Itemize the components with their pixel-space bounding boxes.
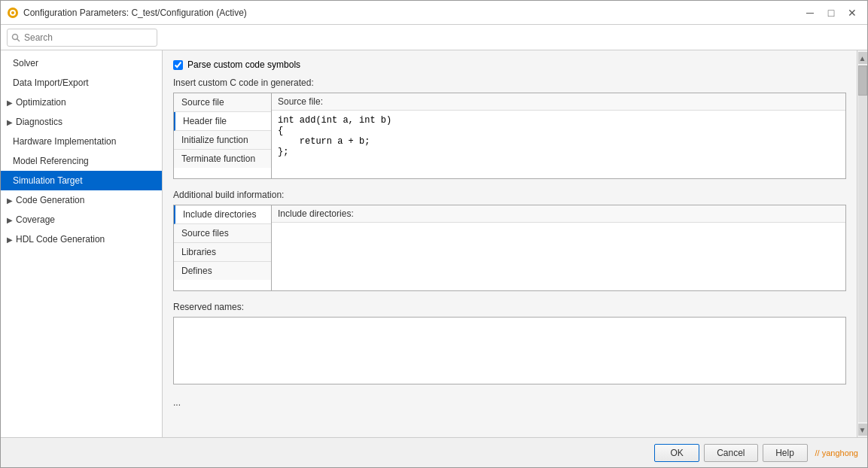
sidebar-item-solver[interactable]: Solver: [1, 53, 162, 73]
svg-line-4: [17, 38, 20, 41]
code-editor-panel: Source file: int add(int a, int b) { ret…: [271, 93, 846, 179]
sidebar-item-optimization[interactable]: ▶ Optimization: [1, 93, 162, 112]
build-textarea[interactable]: [272, 223, 845, 290]
build-vtabs: Include directories Source files Librari…: [173, 205, 271, 291]
sidebar-item-model-referencing[interactable]: Model Referencing: [1, 151, 162, 171]
sidebar-item-hdl-code-generation-label: HDL Code Generation: [16, 232, 105, 246]
scroll-track[interactable]: [858, 65, 867, 422]
reserved-names-textarea[interactable]: [173, 317, 846, 384]
vtab-header-file[interactable]: Header file: [174, 112, 271, 131]
main-window: Configuration Parameters: C_test/Configu…: [0, 0, 868, 468]
svg-point-2: [11, 11, 14, 14]
insert-code-section: Insert custom C code in generated: Sourc…: [173, 77, 846, 179]
sidebar-item-data-import-export[interactable]: Data Import/Export: [1, 73, 162, 93]
help-button[interactable]: Help: [763, 444, 808, 462]
reserved-names-label: Reserved names:: [173, 302, 846, 312]
build-info-title: Additional build information:: [173, 190, 846, 200]
sidebar-item-diagnostics-label: Diagnostics: [16, 115, 62, 129]
sidebar-item-hardware-implementation-label: Hardware Implementation: [13, 135, 116, 148]
sidebar-item-coverage[interactable]: ▶ Coverage: [1, 210, 162, 229]
code-editor-label: Source file:: [272, 93, 845, 111]
ok-button[interactable]: OK: [654, 444, 699, 462]
sidebar-item-code-generation-label: Code Generation: [16, 193, 84, 207]
main-area: Solver Data Import/Export ▶ Optimization…: [1, 50, 867, 437]
reserved-section: Reserved names:: [173, 302, 846, 387]
code-layout: Source file Header file Initialize funct…: [173, 93, 846, 179]
sidebar-item-code-generation[interactable]: ▶ Code Generation: [1, 190, 162, 210]
svg-point-3: [13, 34, 18, 39]
maximize-button[interactable]: □: [822, 5, 840, 20]
vtab-source-file[interactable]: Source file: [174, 93, 271, 112]
window-title: Configuration Parameters: C_test/Configu…: [23, 8, 801, 18]
content-scroll-inner: Parse custom code symbols Insert custom …: [163, 50, 857, 437]
minimize-button[interactable]: ─: [801, 5, 819, 20]
vtab-terminate-function[interactable]: Terminate function: [174, 150, 271, 168]
cancel-button[interactable]: Cancel: [704, 444, 757, 462]
content-scroll-wrapper: Parse custom code symbols Insert custom …: [163, 50, 867, 437]
search-bar: [1, 25, 867, 50]
title-bar: Configuration Parameters: C_test/Configu…: [1, 1, 867, 25]
vtab-source-files[interactable]: Source files: [174, 224, 271, 243]
diagnostics-arrow: ▶: [7, 117, 13, 128]
window-controls: ─ □ ✕: [801, 5, 861, 20]
scroll-thumb[interactable]: [858, 65, 867, 96]
search-icon: [11, 33, 20, 42]
vtab-include-directories[interactable]: Include directories: [174, 205, 271, 224]
watermark-text: // yanghong: [815, 448, 859, 457]
scroll-up-arrow[interactable]: ▲: [858, 52, 867, 64]
sidebar: Solver Data Import/Export ▶ Optimization…: [1, 50, 163, 437]
parse-checkbox-label[interactable]: Parse custom code symbols: [187, 59, 300, 70]
parse-checkbox-row: Parse custom code symbols: [173, 59, 846, 70]
sidebar-item-optimization-label: Optimization: [16, 96, 66, 109]
build-info-section: Additional build information: Include di…: [173, 190, 846, 291]
scroll-down-arrow[interactable]: ▼: [858, 424, 867, 436]
parse-checkbox[interactable]: [173, 60, 183, 70]
sidebar-item-model-referencing-label: Model Referencing: [13, 154, 89, 168]
build-editor-panel: Include directories:: [271, 205, 846, 291]
app-icon: [7, 7, 19, 19]
optimization-arrow: ▶: [7, 97, 13, 108]
sidebar-item-hardware-implementation[interactable]: Hardware Implementation: [1, 132, 162, 151]
build-layout: Include directories Source files Librari…: [173, 205, 846, 291]
sidebar-item-coverage-label: Coverage: [16, 213, 55, 226]
search-input[interactable]: [7, 29, 157, 47]
coverage-arrow: ▶: [7, 214, 13, 226]
sidebar-item-hdl-code-generation[interactable]: ▶ HDL Code Generation: [1, 229, 162, 249]
insert-code-title: Insert custom C code in generated:: [173, 77, 846, 88]
vtab-libraries[interactable]: Libraries: [174, 243, 271, 262]
footer: OK Cancel Help // yanghong: [1, 437, 867, 467]
build-editor-label: Include directories:: [272, 205, 845, 223]
sidebar-item-solver-label: Solver: [13, 56, 38, 70]
hdl-code-generation-arrow: ▶: [7, 234, 13, 245]
right-scrollbar[interactable]: ▲ ▼: [857, 50, 867, 437]
vtab-defines[interactable]: Defines: [174, 262, 271, 280]
sidebar-item-simulation-target[interactable]: Simulation Target: [1, 171, 162, 190]
insert-code-vtabs: Source file Header file Initialize funct…: [173, 93, 271, 179]
search-wrapper: [7, 29, 157, 47]
sidebar-item-simulation-target-label: Simulation Target: [13, 174, 83, 187]
close-button[interactable]: ✕: [843, 5, 861, 20]
sidebar-item-diagnostics[interactable]: ▶ Diagnostics: [1, 112, 162, 132]
ellipsis: ...: [173, 397, 846, 408]
code-textarea[interactable]: int add(int a, int b) { return a + b; };: [272, 111, 845, 178]
sidebar-item-data-import-export-label: Data Import/Export: [13, 76, 89, 90]
code-generation-arrow: ▶: [7, 195, 13, 206]
vtab-initialize-function[interactable]: Initialize function: [174, 131, 271, 150]
content-area: Parse custom code symbols Insert custom …: [163, 50, 867, 437]
